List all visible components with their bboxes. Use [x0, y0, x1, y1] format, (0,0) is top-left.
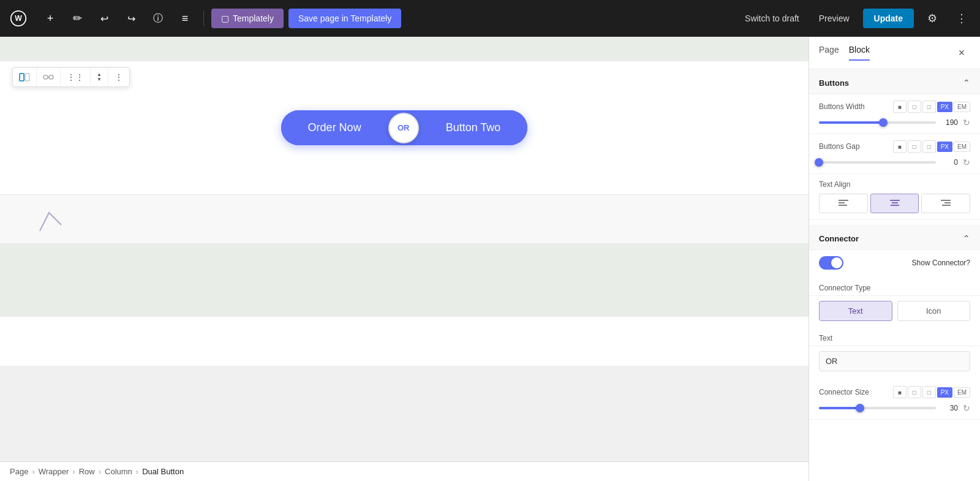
show-connector-label: Show Connector?: [912, 259, 970, 267]
connector-size-reset[interactable]: ↻: [963, 403, 970, 413]
buttons-gap-slider[interactable]: [819, 161, 936, 164]
responsive-icon-conn[interactable]: ■: [893, 386, 907, 398]
dual-button-section: ⋮⋮ ▲ ▼ ⋮ Order Now: [0, 61, 809, 194]
info-button[interactable]: ⓘ: [147, 7, 169, 29]
mobile-icon-gap[interactable]: □: [922, 140, 936, 153]
tab-block[interactable]: Block: [849, 45, 870, 61]
connector-text-label-row: Text: [809, 326, 980, 346]
block-type-button[interactable]: [13, 68, 37, 86]
redo-button[interactable]: ↪: [120, 7, 142, 29]
breadcrumb-dual-button[interactable]: Dual Button: [142, 467, 184, 476]
templately-label: Templately: [233, 13, 274, 23]
switch-to-draft-button[interactable]: Switch to draft: [739, 10, 805, 27]
buttons-width-units: ■ □ □ PX EM: [893, 100, 970, 113]
breadcrumb-sep-1: ›: [32, 467, 34, 476]
text-align-control: Text Align: [809, 174, 980, 220]
edit-button[interactable]: ✏: [66, 7, 88, 29]
breadcrumb-sep-4: ›: [136, 467, 138, 476]
connector-section-header: Connector ⌃: [809, 225, 980, 250]
connector-size-slider-row: 30 ↻: [819, 403, 970, 413]
wp-logo[interactable]: W: [7, 7, 29, 29]
list-view-button[interactable]: ≡: [174, 7, 196, 29]
breadcrumb-column[interactable]: Column: [105, 467, 132, 476]
gap-slider-thumb[interactable]: [815, 158, 823, 167]
mobile-icon-conn[interactable]: □: [922, 386, 936, 398]
toolbar-separator: [203, 11, 204, 26]
arrow-section: [0, 194, 809, 243]
connector-type-icon-button[interactable]: Icon: [897, 301, 971, 321]
top-section: [0, 37, 809, 61]
connector-section-toggle[interactable]: ⌃: [963, 233, 970, 243]
preview-button[interactable]: Preview: [813, 10, 856, 27]
conn-size-thumb[interactable]: [856, 404, 864, 412]
connector-size-slider[interactable]: [819, 407, 936, 409]
up-down-button[interactable]: ▲ ▼: [91, 69, 108, 86]
unit-px-gap[interactable]: PX: [937, 142, 952, 152]
breadcrumb-wrapper[interactable]: Wrapper: [39, 467, 69, 476]
unit-px-conn-size[interactable]: PX: [937, 387, 952, 398]
tab-page[interactable]: Page: [819, 45, 839, 61]
tablet-icon[interactable]: □: [908, 100, 921, 113]
connector-text-label: Text: [819, 334, 832, 343]
templately-button[interactable]: ▢ Templately: [211, 9, 284, 28]
block-toolbar: ⋮⋮ ▲ ▼ ⋮: [12, 67, 130, 87]
breadcrumb-row[interactable]: Row: [79, 467, 95, 476]
move-button[interactable]: ⋮⋮: [61, 69, 91, 86]
connector-text-input[interactable]: [819, 351, 970, 371]
add-block-button[interactable]: +: [39, 7, 61, 29]
connector-size-units: ■ □ □ PX EM: [893, 386, 970, 398]
buttons-width-label: Buttons Width: [819, 102, 865, 111]
secondary-button[interactable]: Button Two: [419, 110, 528, 145]
undo-button[interactable]: ↩: [93, 7, 115, 29]
slider-thumb[interactable]: [879, 118, 888, 127]
tablet-icon-gap[interactable]: □: [908, 140, 921, 153]
unit-px-buttons-width[interactable]: PX: [937, 102, 952, 112]
more-block-options[interactable]: ⋮: [108, 69, 129, 86]
settings-button[interactable]: ⚙: [921, 7, 943, 29]
connector-type-buttons: Text Icon: [809, 296, 980, 326]
show-connector-toggle[interactable]: [819, 256, 843, 270]
buttons-gap-value: 0: [941, 158, 958, 167]
canvas-scroll[interactable]: ⋮⋮ ▲ ▼ ⋮ Order Now: [0, 37, 809, 481]
link-button[interactable]: [37, 69, 61, 85]
main-layout: ⋮⋮ ▲ ▼ ⋮ Order Now: [0, 37, 980, 481]
breadcrumb-page[interactable]: Page: [10, 467, 28, 476]
responsive-icon[interactable]: ■: [893, 100, 907, 113]
buttons-gap-reset[interactable]: ↻: [963, 157, 970, 167]
mobile-icon[interactable]: □: [922, 100, 936, 113]
unit-em-gap[interactable]: EM: [954, 142, 970, 152]
panel-scroll[interactable]: Buttons ⌃ Buttons Width ■ □ □ PX EM: [809, 69, 980, 481]
buttons-section-toggle[interactable]: ⌃: [963, 78, 970, 88]
canvas-area: ⋮⋮ ▲ ▼ ⋮ Order Now: [0, 37, 809, 481]
update-button[interactable]: Update: [863, 9, 914, 28]
align-left-button[interactable]: [819, 194, 868, 213]
svg-rect-3: [25, 74, 29, 81]
panel-close-button[interactable]: ×: [953, 44, 970, 61]
align-center-button[interactable]: [870, 194, 919, 213]
primary-button[interactable]: Order Now: [281, 110, 388, 145]
slider-track: [819, 121, 936, 124]
unit-em-conn-size[interactable]: EM: [954, 387, 970, 398]
extra-space: [0, 317, 809, 366]
toggle-knob: [831, 257, 842, 268]
toolbar-left: W + ✏ ↩ ↪ ⓘ ≡ ▢ Templately Save page in …: [7, 7, 401, 29]
slider-fill: [819, 121, 883, 124]
more-options-button[interactable]: ⋮: [951, 7, 973, 29]
buttons-width-slider[interactable]: [819, 121, 936, 124]
responsive-icon-gap[interactable]: ■: [893, 140, 907, 153]
connector-section-title: Connector: [819, 234, 859, 243]
dual-button-wrapper: Order Now OR Button Two: [281, 110, 528, 145]
tablet-icon-conn[interactable]: □: [908, 386, 921, 398]
breadcrumb: Page › Wrapper › Row › Column › Dual But…: [0, 461, 809, 481]
connector-type-label-row: Connector Type: [809, 276, 980, 296]
buttons-width-reset[interactable]: ↻: [963, 118, 970, 127]
right-panel: Page Block × Buttons ⌃ Buttons Width ■ □…: [809, 37, 980, 481]
connector-type-text-button[interactable]: Text: [819, 301, 892, 321]
gap-slider-track: [819, 161, 936, 164]
connector-size-value: 30: [941, 404, 958, 412]
text-align-group: [819, 194, 970, 213]
save-page-templately-button[interactable]: Save page in Templately: [288, 9, 401, 28]
align-right-button[interactable]: [921, 194, 970, 213]
buttons-width-slider-row: 190 ↻: [819, 118, 970, 127]
unit-em-buttons-width[interactable]: EM: [954, 102, 970, 112]
